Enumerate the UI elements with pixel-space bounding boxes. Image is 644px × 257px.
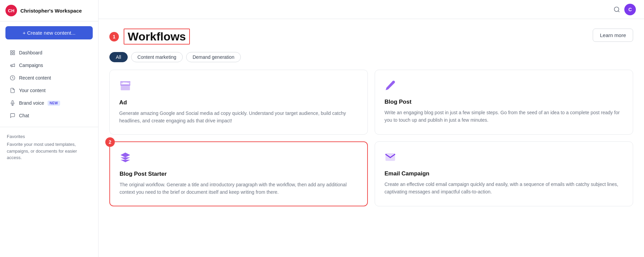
svg-rect-3 xyxy=(13,53,15,55)
filter-tab-content-marketing[interactable]: Content marketing xyxy=(131,52,183,62)
card-email-campaign[interactable]: Email Campaign Create an effective cold … xyxy=(375,141,633,206)
top-bar-right: C xyxy=(613,4,636,15)
campaigns-label: Campaigns xyxy=(19,63,43,68)
filter-tab-demand-generation[interactable]: Demand generation xyxy=(186,52,241,62)
clock-icon xyxy=(10,75,16,81)
page-content: 1 Workflows Learn more All Content marke… xyxy=(99,19,644,257)
learn-more-button[interactable]: Learn more xyxy=(593,29,633,42)
svg-rect-0 xyxy=(11,51,12,52)
sidebar-header: CH Christopher's Workspace xyxy=(0,0,98,21)
blog-post-desc: Write an engaging blog post in just a fe… xyxy=(384,109,623,124)
blog-post-starter-title: Blog Post Starter xyxy=(120,171,358,177)
filter-tab-all[interactable]: All xyxy=(109,52,128,62)
card-blog-post-starter[interactable]: 2 Blog Post Starter The original workflo… xyxy=(109,141,368,206)
workspace-name: Christopher's Workspace xyxy=(20,8,82,14)
page-title-wrapper: 1 Workflows xyxy=(109,29,190,45)
email-campaign-icon xyxy=(384,151,623,166)
brand-voice-label: Brand voice xyxy=(19,100,44,106)
chat-icon xyxy=(10,113,16,119)
search-icon xyxy=(613,6,620,13)
sidebar-item-chat[interactable]: Chat xyxy=(3,109,95,122)
top-bar: C xyxy=(99,0,644,19)
blog-post-starter-icon xyxy=(120,152,358,166)
sidebar-item-dashboard[interactable]: Dashboard xyxy=(3,47,95,59)
document-icon xyxy=(10,87,16,93)
email-campaign-desc: Create an effective cold email campaign … xyxy=(384,181,623,196)
page-header: 1 Workflows Learn more xyxy=(109,29,633,45)
grid-icon xyxy=(10,50,16,56)
blog-post-icon xyxy=(384,80,623,94)
dashboard-label: Dashboard xyxy=(19,50,42,55)
svg-rect-8 xyxy=(121,85,130,90)
email-campaign-title: Email Campaign xyxy=(384,170,623,177)
svg-rect-1 xyxy=(13,51,15,52)
chat-label: Chat xyxy=(19,113,29,118)
ad-icon xyxy=(119,80,358,95)
favorites-desc: Favorite your most used templates, campa… xyxy=(7,141,91,161)
sidebar-item-campaigns[interactable]: Campaigns xyxy=(3,59,95,71)
sidebar-divider xyxy=(0,127,98,127)
create-new-content-button[interactable]: + Create new content... xyxy=(5,26,93,39)
card-blog-post[interactable]: Blog Post Write an engaging blog post in… xyxy=(375,70,633,135)
favorites-section: Favorites Favorite your most used templa… xyxy=(0,130,98,165)
sidebar-item-recent-content[interactable]: Recent content xyxy=(3,72,95,84)
ad-desc: Generate amazing Google and Social media… xyxy=(119,109,358,125)
user-avatar[interactable]: C xyxy=(624,4,636,15)
ad-title: Ad xyxy=(119,99,358,106)
blog-post-starter-desc: The original workflow. Generate a title … xyxy=(120,181,358,196)
step1-badge: 1 xyxy=(109,32,119,41)
search-button[interactable] xyxy=(613,6,620,13)
sidebar-item-brand-voice[interactable]: Brand voice NEW xyxy=(3,97,95,109)
new-badge: NEW xyxy=(48,101,60,106)
card-ad[interactable]: Ad Generate amazing Google and Social me… xyxy=(109,70,368,135)
cards-grid: Ad Generate amazing Google and Social me… xyxy=(109,70,633,206)
blog-post-title: Blog Post xyxy=(384,99,623,105)
page-title: Workflows xyxy=(124,29,190,45)
workspace-logo: CH xyxy=(5,5,17,16)
svg-point-7 xyxy=(614,7,619,11)
svg-rect-2 xyxy=(11,53,12,55)
mic-icon xyxy=(10,100,16,106)
megaphone-icon xyxy=(10,62,16,68)
favorites-title: Favorites xyxy=(7,134,91,139)
recent-content-label: Recent content xyxy=(19,75,51,81)
sidebar: CH Christopher's Workspace + Create new … xyxy=(0,0,99,257)
filter-tabs: All Content marketing Demand generation xyxy=(109,52,633,62)
your-content-label: Your content xyxy=(19,88,46,93)
sidebar-item-your-content[interactable]: Your content xyxy=(3,84,95,97)
step2-badge: 2 xyxy=(105,137,115,147)
sidebar-nav: Dashboard Campaigns Recent content Your … xyxy=(0,44,98,124)
main-content: C 1 Workflows Learn more All Content mar… xyxy=(99,0,644,257)
